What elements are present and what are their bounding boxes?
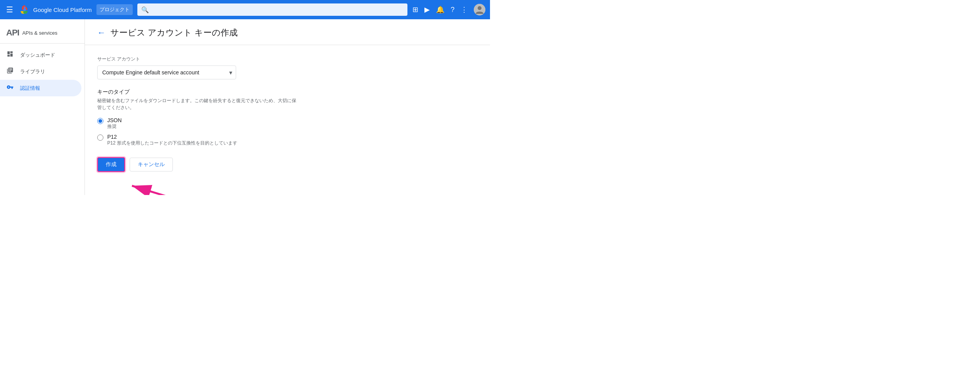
sidebar-item-credentials-label: 認証情報: [20, 85, 40, 92]
svg-line-4: [132, 186, 198, 195]
radio-p12-sublabel: P12 形式を使用したコードとの下位互換性を目的としています: [107, 140, 237, 146]
help-icon[interactable]: ?: [451, 6, 455, 14]
api-label: API: [6, 28, 19, 38]
hamburger-icon[interactable]: ☰: [5, 3, 15, 16]
create-button[interactable]: 作成: [97, 157, 125, 172]
svg-point-2: [478, 6, 482, 10]
radio-p12-input[interactable]: [97, 134, 103, 141]
navbar: ☰ Google Cloud Platform プロジェクト 🔍 ⊞ ▶ 🔔 ?…: [0, 0, 490, 19]
sidebar-item-library-label: ライブラリ: [20, 68, 45, 75]
service-account-select-wrapper: Compute Engine default service account ▾: [97, 66, 236, 79]
grid-icon[interactable]: ⊞: [412, 5, 418, 14]
navbar-title: Google Cloud Platform: [33, 7, 92, 13]
search-input[interactable]: [152, 7, 404, 13]
radio-json-sublabel: 推奨: [107, 123, 122, 130]
user-avatar-icon: [474, 4, 485, 15]
arrow-annotation: [97, 178, 478, 195]
more-icon[interactable]: ⋮: [461, 5, 468, 14]
console-icon[interactable]: ▶: [424, 5, 430, 14]
key-type-title: キーのタイプ: [97, 89, 478, 96]
action-row: 作成 キャンセル: [97, 157, 478, 172]
sidebar-service-title: APIs & services: [22, 30, 57, 36]
search-icon: 🔍: [141, 6, 149, 13]
radio-group: JSON 推奨 P12 P12 形式を使用したコードとの下位互換性を目的としてい…: [97, 117, 478, 146]
sidebar-item-credentials[interactable]: 認証情報: [0, 80, 81, 96]
service-account-select[interactable]: Compute Engine default service account: [97, 66, 236, 79]
sidebar-item-dashboard[interactable]: ダッシュボード: [0, 47, 81, 63]
radio-json-input[interactable]: [97, 118, 103, 124]
sidebar-header: API APIs & services: [0, 24, 84, 43]
sidebar-divider: [0, 43, 84, 44]
cancel-button[interactable]: キャンセル: [130, 158, 173, 171]
radio-p12-item[interactable]: P12 P12 形式を使用したコードとの下位互換性を目的としています: [97, 134, 478, 146]
service-account-label: サービス アカウント: [97, 56, 478, 62]
key-type-section: キーのタイプ 秘密鍵を含むファイルをダウンロードします。この鍵を紛失すると復元で…: [97, 89, 478, 146]
page-title: サービス アカウント キーの作成: [110, 27, 238, 39]
search-bar: 🔍: [137, 3, 407, 16]
credentials-icon: [6, 84, 14, 92]
back-button[interactable]: ←: [97, 29, 106, 37]
notifications-icon[interactable]: 🔔: [436, 5, 444, 14]
page-header: ← サービス アカウント キーの作成: [85, 19, 490, 45]
radio-p12-labels: P12 P12 形式を使用したコードとの下位互換性を目的としています: [107, 134, 237, 146]
navbar-logo: Google Cloud Platform: [19, 4, 92, 15]
avatar[interactable]: [474, 4, 485, 15]
radio-json-labels: JSON 推奨: [107, 117, 122, 130]
form-content: サービス アカウント Compute Engine default servic…: [85, 45, 490, 195]
main-content: ← サービス アカウント キーの作成 サービス アカウント Compute En…: [85, 19, 490, 195]
library-icon: [6, 67, 14, 76]
svg-point-0: [24, 8, 26, 11]
gcp-logo-icon: [19, 4, 30, 15]
sidebar-item-dashboard-label: ダッシュボード: [20, 52, 55, 59]
navbar-right-icons: ⊞ ▶ 🔔 ? ⋮: [412, 4, 485, 15]
layout: API APIs & services ダッシュボード ライブラリ 認証情報 ←: [0, 19, 490, 195]
sidebar: API APIs & services ダッシュボード ライブラリ 認証情報: [0, 19, 85, 195]
dashboard-icon: [6, 50, 14, 59]
annotation-arrow-svg: [120, 178, 205, 195]
sidebar-item-library[interactable]: ライブラリ: [0, 63, 81, 80]
radio-json-label: JSON: [107, 117, 122, 123]
radio-json-item[interactable]: JSON 推奨: [97, 117, 478, 130]
key-type-desc: 秘密鍵を含むファイルをダウンロードします。この鍵を紛失すると復元できないため、大…: [97, 97, 298, 111]
radio-p12-label: P12: [107, 134, 237, 140]
project-selector[interactable]: プロジェクト: [96, 4, 133, 15]
